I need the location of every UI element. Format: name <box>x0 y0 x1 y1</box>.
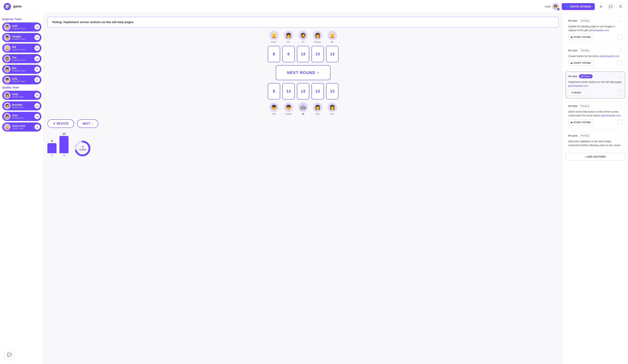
ticket-checkbox[interactable] <box>617 120 622 125</box>
start-voting-button[interactable]: ▶ START VOTING <box>568 60 594 66</box>
player-team: Quality Team <box>12 106 33 108</box>
player-name: Brit <box>12 67 33 70</box>
avatar-name: Brenda <box>314 41 321 43</box>
bottom-avatar-item: 🤖🤖 <box>297 102 309 115</box>
voting-label: Voting: <box>52 20 63 24</box>
player-row[interactable]: 🧔 Tim Engineer Team 13 <box>2 54 41 63</box>
ticket-card: PP-4276 Pending ⋮ Add extra validation t… <box>565 131 625 150</box>
ticket-menu-button[interactable]: ⋮ <box>619 74 622 78</box>
ticket-menu-button[interactable]: ⋮ <box>619 134 622 138</box>
chat-fab[interactable]: 💬 <box>4 350 14 360</box>
menu-button[interactable]: ☰ <box>617 3 624 10</box>
voting-bar: Voting: Implement server actions on the … <box>47 17 559 28</box>
player-info: Vaughn Engineer Team <box>12 35 33 40</box>
bottom-avatar-item: 👦Vaughn <box>282 103 295 115</box>
player-info: Bill Engineer Team <box>12 46 33 51</box>
revote-label: REVOTE <box>57 122 69 125</box>
vote-card: 13 <box>326 46 338 62</box>
avatar-circle: 👱 <box>269 31 279 40</box>
player-team: Quality Team <box>12 127 33 130</box>
ticket-menu-button[interactable]: ⋮ <box>619 49 622 53</box>
bar-value-label: 13 <box>63 132 66 135</box>
ticket-checkbox[interactable] <box>617 61 622 66</box>
player-avatar: 👩 <box>4 113 10 120</box>
avatar-circle: 👩 <box>313 31 322 40</box>
header: 🎲 game matt 🧑 ⚙ 👥 INVITE OTHERS ⚙ 💬 ☰ <box>0 0 628 13</box>
logo-icon: 🎲 <box>4 3 11 10</box>
ticket-checkbox[interactable] <box>617 35 622 40</box>
ticket-checkbox[interactable] <box>617 90 622 95</box>
player-team: Quality Team <box>12 96 33 98</box>
player-team: Engineer Team <box>12 27 33 29</box>
avatar-name: Vaughn <box>285 113 292 115</box>
ticket-id: PP-4532 <box>568 75 577 78</box>
start-voting-button[interactable]: ▶ START VOTING <box>568 34 594 40</box>
avatar-circle: 👩 <box>327 103 337 112</box>
ticket-badge-flipped: ▦ Flipped <box>579 74 593 78</box>
ticket-badge-pending: Pending <box>579 19 591 23</box>
bottom-avatar-item: 👦Kyle <box>268 103 280 115</box>
avatar-name: Kelly <box>315 113 320 115</box>
vote-card: 8 <box>282 46 295 62</box>
sidebar: Engineer Team 👨 matt Engineer Team 13 👦 … <box>0 13 44 364</box>
start-voting-button[interactable]: ▶ START VOTING <box>568 119 594 125</box>
player-score: 13 <box>34 35 40 40</box>
avatar-name: Brit <box>287 41 290 43</box>
center-panel: Voting: Implement server actions on the … <box>44 13 562 364</box>
reset-button[interactable]: ↺ RESET <box>568 90 584 96</box>
player-team: Quality Team <box>12 117 33 119</box>
add-another-button[interactable]: + ADD ANOTHER <box>565 153 625 160</box>
next-round-button[interactable]: NEXT ROUND › <box>276 65 330 80</box>
player-row[interactable]: 👱 Bill Engineer Team 13 <box>2 44 41 53</box>
ticket-badge-pending: Pending <box>579 49 591 53</box>
player-row[interactable]: 👱 Jason time Quality Team 8 <box>2 122 41 132</box>
player-row[interactable]: 🧑 Brendan Quality Team 13 <box>2 101 41 110</box>
player-score: 8 <box>34 77 40 82</box>
ticket-card: PP-9532 Pending ⋮ Add in extra help butt… <box>565 101 625 128</box>
donut-text: 13 70.00% <box>79 146 86 151</box>
player-team: Engineer Team <box>12 49 33 51</box>
player-avatar: 👱 <box>4 124 10 131</box>
bottom-avatar-item: 👩Jess <box>326 103 338 115</box>
invite-others-button[interactable]: 👥 INVITE OTHERS <box>562 3 595 10</box>
player-team: Engineer Team <box>12 59 33 61</box>
player-name: Kelly <box>12 93 33 96</box>
player-info: Kelly Quality Team <box>12 93 33 98</box>
player-avatar: 👧 <box>4 66 10 73</box>
player-score: 13 <box>34 92 40 98</box>
next-button[interactable]: NEXT › <box>77 119 98 128</box>
bar-label: 13 <box>63 154 65 157</box>
avatar-name: Tim <box>302 41 305 43</box>
player-avatar: 🧑 <box>4 102 10 109</box>
revote-button[interactable]: ↺ REVOTE <box>47 119 74 128</box>
ticket-actions: ▶ START VOTING <box>568 34 622 40</box>
player-row[interactable]: 👩 Jess Quality Team 13 <box>2 112 41 121</box>
player-row[interactable]: 👧 Brit Engineer Team 8 <box>2 65 41 74</box>
avatar-circle: 🧔 <box>298 31 308 40</box>
donut-percent: 70.00% <box>79 148 86 151</box>
player-row[interactable]: 👦 Vaughn Engineer Team 13 <box>2 33 41 42</box>
player-name: Tim <box>12 56 33 59</box>
ticket-menu-button[interactable]: ⋮ <box>619 19 622 23</box>
ticket-description: Implement server actions on the old help… <box>568 80 622 88</box>
player-row[interactable]: 👦 Kyle Engineer Team 8 <box>2 75 41 84</box>
player-name: Jess <box>12 114 33 117</box>
ticket-menu-button[interactable]: ⋮ <box>619 104 622 108</box>
ticket-link[interactable]: planninpoker.com <box>601 114 621 117</box>
settings-button[interactable]: ⚙ <box>597 3 605 10</box>
chat-button[interactable]: 💬 <box>607 3 615 10</box>
player-avatar: 👨 <box>4 23 10 30</box>
ticket-link[interactable]: planninpoker.com <box>589 29 609 32</box>
ticket-link[interactable]: planninpoker.com <box>568 84 588 87</box>
ticket-description: Add in extra help button on the home scr… <box>568 110 622 118</box>
player-row[interactable]: 👨 matt Engineer Team 13 <box>2 22 41 32</box>
bar <box>47 143 57 153</box>
bottom-cards-row: 813131313 <box>268 83 338 99</box>
top-avatar-item: 👱Bill <box>326 31 338 43</box>
player-row[interactable]: 👩 Kelly Quality Team 13 <box>2 91 41 100</box>
ticket-link[interactable]: planninpoker.com <box>600 55 620 58</box>
donut-chart: 13 70.00% <box>74 140 91 157</box>
player-name: Kyle <box>12 77 33 80</box>
ticket-actions: ▶ START VOTING <box>568 119 622 125</box>
ticket-card: PP-4532 ▦ Flipped ⋮ Implement server act… <box>565 72 625 98</box>
